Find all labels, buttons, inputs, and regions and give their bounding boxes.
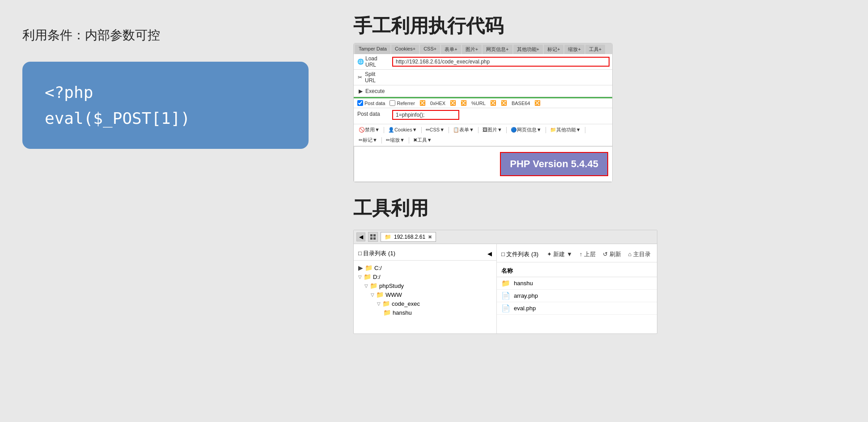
fm-col-name: 名称 (497, 265, 657, 277)
svg-rect-2 (370, 237, 373, 240)
checkbox-postdata-input[interactable] (357, 100, 363, 106)
toolbar-btn-other[interactable]: 📁其他功能▼ (549, 126, 582, 134)
split-url-icon: ✂ (357, 74, 363, 80)
fm-new-btn[interactable]: ✦ 新建 ▼ (545, 249, 574, 259)
fm-dir-collapse-icon: ◀ (487, 250, 492, 257)
file-name-hanshu: hanshu (514, 280, 533, 287)
tree-item-hanshu[interactable]: 📁 hanshu (354, 308, 496, 317)
sep-t1 (384, 127, 384, 133)
file-item-eval[interactable]: 📄 eval.php (497, 302, 657, 315)
file-item-array[interactable]: 📄 array.php (497, 290, 657, 302)
tab-other[interactable]: 其他功能+ (513, 45, 543, 54)
code-box: <?php eval($_POST[1]) (22, 62, 309, 149)
php-version-badge: PHP Version 5.4.45 (500, 152, 608, 176)
tab-cookies[interactable]: Cookies+ (391, 45, 419, 54)
sep2: 🔀 (450, 100, 456, 106)
execute-row: ▶ Execute (354, 85, 612, 97)
file-manager: ◀ 📁 192.168.2.61 ✖ (353, 230, 657, 334)
file-name-array: array.php (514, 292, 538, 299)
fm-tab-close-btn[interactable]: ✖ (428, 234, 432, 240)
fm-body: □ 目录列表 (1) ◀ ▶ 📁 C:/ ▽ 📁 D:/ ▽ 📁 (354, 244, 657, 333)
base64-label: BASE64 (512, 101, 530, 106)
left-title: 利用条件：内部参数可控 (22, 27, 313, 44)
folder-d-label: D:/ (373, 274, 381, 280)
toolbar-btn-pageinfo[interactable]: 🔵网页信息▼ (509, 126, 543, 134)
tree-item-www[interactable]: ▽ 📁 WWW (354, 290, 496, 299)
toolbar-btn-css[interactable]: ✏CSS▼ (424, 127, 446, 133)
svg-rect-1 (373, 234, 376, 236)
svg-rect-0 (370, 234, 373, 236)
load-url-content (390, 56, 612, 68)
checkbox-referrer-input[interactable] (390, 100, 395, 106)
tab-css[interactable]: CSS+ (420, 45, 440, 54)
0xhex-label: 0xHEX (430, 101, 445, 106)
folder-phpstudy-icon: 📁 (370, 282, 377, 289)
sep-t3 (449, 127, 449, 133)
section1: 手工利用执行代码 Tamper Data Cookies+ CSS+ 表单+ 图… (353, 13, 850, 182)
sep1: 🔀 (419, 100, 426, 106)
execute-icon: ▶ (357, 88, 364, 94)
fm-tab-folder-icon: 📁 (385, 234, 391, 240)
post-data-label: Post data (354, 108, 390, 120)
toolbar-btn-images[interactable]: 🖼图片▼ (481, 126, 504, 134)
post-data-row: Post data (354, 108, 612, 124)
toolbar-btn-zoom[interactable]: ✏缩放▼ (385, 136, 406, 144)
toolbar-btn-cookies[interactable]: 👤Cookies▼ (387, 127, 419, 133)
file-name-eval: eval.php (514, 305, 536, 312)
folder-phpstudy-label: phpStudy (379, 283, 404, 289)
tab-images[interactable]: 图片+ (462, 45, 482, 54)
toolbar-btn-tools[interactable]: ✖工具▼ (412, 136, 433, 144)
file-folder-icon-hanshu: 📁 (501, 279, 510, 287)
tab-zoom[interactable]: 缩放+ (564, 45, 584, 54)
toolbar-row: 🚫禁用▼ 👤Cookies▼ ✏CSS▼ 📋表单▼ 🖼图片▼ 🔵网页信息▼ 📁其… (354, 124, 612, 146)
fm-file-header: □ 文件列表 (3) ✦ 新建 ▼ ↑ 上层 ↺ 刷新 ⌂ 主目录 (497, 247, 657, 262)
tree-item-c[interactable]: ▶ 📁 C:/ (354, 263, 496, 272)
url-label: %URL (471, 101, 486, 106)
checkbox-postdata[interactable]: Post data (357, 100, 385, 106)
fm-file-panel: □ 文件列表 (3) ✦ 新建 ▼ ↑ 上层 ↺ 刷新 ⌂ 主目录 名称 📁 h… (497, 244, 657, 333)
toolbar-btn-mark[interactable]: ✏标记▼ (357, 136, 379, 144)
load-url-row: 🌐 Load URL (354, 54, 612, 70)
fm-dir-label: □ 目录列表 (1) (358, 249, 395, 257)
tree-item-codeexec[interactable]: ▽ 📁 code_exec (354, 299, 496, 308)
fm-grid-btn[interactable] (368, 232, 378, 242)
post-data-input[interactable] (392, 110, 459, 120)
file-php-icon-array: 📄 (501, 291, 510, 300)
php-version-area: PHP Version 5.4.45 (354, 146, 613, 182)
tab-tools[interactable]: 工具+ (585, 45, 605, 54)
load-url-label: 🌐 Load URL (354, 54, 390, 69)
tab-pageinfo[interactable]: 网页信息+ (483, 45, 512, 54)
code-line1: <?php (45, 83, 93, 101)
tab-tamperdata[interactable]: Tamper Data (355, 45, 390, 54)
tab-mark[interactable]: 标记+ (544, 45, 563, 54)
folder-d-icon: 📁 (364, 273, 371, 280)
folder-phpstudy-expand: ▽ (364, 283, 368, 288)
tab-forms[interactable]: 表单+ (441, 45, 461, 54)
folder-www-icon: 📁 (376, 291, 384, 298)
fm-tab-label: 192.168.2.61 (394, 234, 425, 240)
toolbar-btn-disable[interactable]: 🚫禁用▼ (357, 126, 381, 134)
fm-header: ◀ 📁 192.168.2.61 ✖ (354, 230, 657, 244)
fm-back-btn[interactable]: ◀ (356, 232, 365, 241)
folder-c-label: C:/ (374, 265, 382, 271)
folder-www-expand: ▽ (371, 292, 374, 297)
folder-hanshu-label: hanshu (393, 309, 412, 316)
fm-refresh-btn[interactable]: ↺ 刷新 (601, 249, 623, 259)
folder-www-label: WWW (385, 291, 402, 298)
split-url-label: ✂ Split URL (354, 70, 390, 85)
fm-home-btn[interactable]: ⌂ 主目录 (627, 249, 652, 259)
file-item-hanshu[interactable]: 📁 hanshu (497, 277, 657, 290)
tree-item-phpstudy[interactable]: ▽ 📁 phpStudy (354, 281, 496, 290)
checkbox-referrer[interactable]: Referrer (390, 100, 415, 106)
fm-up-btn[interactable]: ↑ 上层 (578, 249, 597, 259)
tree-item-d[interactable]: ▽ 📁 D:/ (354, 272, 496, 281)
toolbar-btn-forms[interactable]: 📋表单▼ (452, 126, 475, 134)
sep-t9 (409, 137, 409, 143)
sep-t2 (421, 127, 422, 133)
right-panel: 手工利用执行代码 Tamper Data Cookies+ CSS+ 表单+ 图… (335, 0, 868, 422)
http-tool-body: 🌐 Load URL ✂ Split URL (354, 54, 612, 182)
fm-tab[interactable]: 📁 192.168.2.61 ✖ (381, 232, 436, 242)
split-url-row: ✂ Split URL (354, 70, 612, 85)
load-url-input[interactable] (392, 57, 610, 67)
http-tool-tabs: Tamper Data Cookies+ CSS+ 表单+ 图片+ 网页信息+ … (354, 43, 612, 54)
